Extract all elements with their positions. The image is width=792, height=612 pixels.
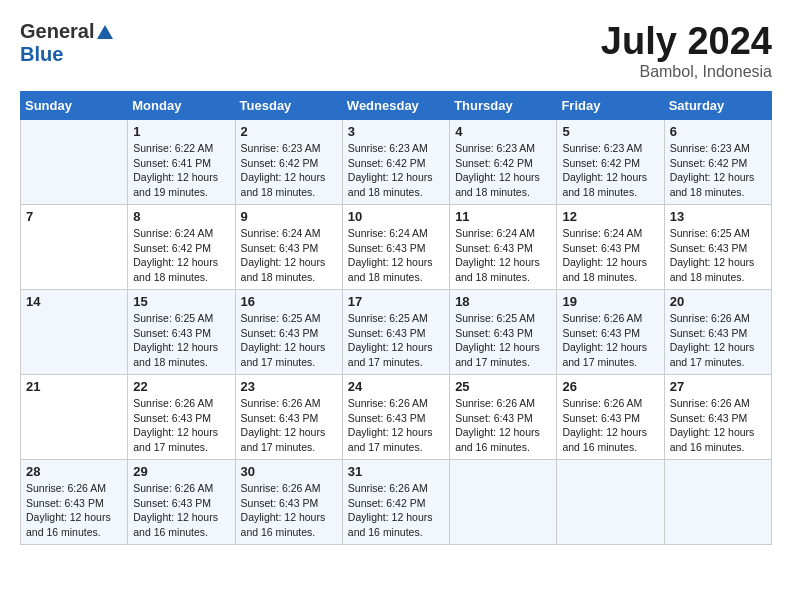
calendar-cell: 31Sunrise: 6:26 AM Sunset: 6:42 PM Dayli…: [342, 460, 449, 545]
svg-marker-0: [97, 25, 113, 39]
day-info: Sunrise: 6:26 AM Sunset: 6:43 PM Dayligh…: [562, 311, 658, 370]
column-header-saturday: Saturday: [664, 92, 771, 120]
calendar-cell: 19Sunrise: 6:26 AM Sunset: 6:43 PM Dayli…: [557, 290, 664, 375]
calendar-cell: 11Sunrise: 6:24 AM Sunset: 6:43 PM Dayli…: [450, 205, 557, 290]
calendar-cell: 25Sunrise: 6:26 AM Sunset: 6:43 PM Dayli…: [450, 375, 557, 460]
day-info: Sunrise: 6:25 AM Sunset: 6:43 PM Dayligh…: [348, 311, 444, 370]
calendar-cell: 10Sunrise: 6:24 AM Sunset: 6:43 PM Dayli…: [342, 205, 449, 290]
day-info: Sunrise: 6:26 AM Sunset: 6:43 PM Dayligh…: [562, 396, 658, 455]
day-info: Sunrise: 6:26 AM Sunset: 6:43 PM Dayligh…: [241, 481, 337, 540]
day-info: Sunrise: 6:26 AM Sunset: 6:43 PM Dayligh…: [133, 396, 229, 455]
day-number: 22: [133, 379, 229, 394]
column-header-thursday: Thursday: [450, 92, 557, 120]
calendar-cell: 9Sunrise: 6:24 AM Sunset: 6:43 PM Daylig…: [235, 205, 342, 290]
logo-text-general: General: [20, 20, 94, 43]
calendar-week-row: 2122Sunrise: 6:26 AM Sunset: 6:43 PM Day…: [21, 375, 772, 460]
day-info: Sunrise: 6:23 AM Sunset: 6:42 PM Dayligh…: [670, 141, 766, 200]
day-info: Sunrise: 6:25 AM Sunset: 6:43 PM Dayligh…: [455, 311, 551, 370]
day-number: 31: [348, 464, 444, 479]
calendar-cell: 28Sunrise: 6:26 AM Sunset: 6:43 PM Dayli…: [21, 460, 128, 545]
day-info: Sunrise: 6:23 AM Sunset: 6:42 PM Dayligh…: [241, 141, 337, 200]
calendar-cell: 22Sunrise: 6:26 AM Sunset: 6:43 PM Dayli…: [128, 375, 235, 460]
calendar-week-row: 1Sunrise: 6:22 AM Sunset: 6:41 PM Daylig…: [21, 120, 772, 205]
column-header-friday: Friday: [557, 92, 664, 120]
calendar-cell: 26Sunrise: 6:26 AM Sunset: 6:43 PM Dayli…: [557, 375, 664, 460]
day-number: 19: [562, 294, 658, 309]
day-info: Sunrise: 6:26 AM Sunset: 6:43 PM Dayligh…: [455, 396, 551, 455]
calendar-cell: 8Sunrise: 6:24 AM Sunset: 6:42 PM Daylig…: [128, 205, 235, 290]
day-number: 21: [26, 379, 122, 394]
calendar-cell: 24Sunrise: 6:26 AM Sunset: 6:43 PM Dayli…: [342, 375, 449, 460]
day-info: Sunrise: 6:23 AM Sunset: 6:42 PM Dayligh…: [562, 141, 658, 200]
day-number: 26: [562, 379, 658, 394]
logo-text-blue: Blue: [20, 43, 63, 65]
calendar-week-row: 78Sunrise: 6:24 AM Sunset: 6:42 PM Dayli…: [21, 205, 772, 290]
column-header-monday: Monday: [128, 92, 235, 120]
calendar-cell: 16Sunrise: 6:25 AM Sunset: 6:43 PM Dayli…: [235, 290, 342, 375]
calendar-cell: 18Sunrise: 6:25 AM Sunset: 6:43 PM Dayli…: [450, 290, 557, 375]
column-header-sunday: Sunday: [21, 92, 128, 120]
day-number: 7: [26, 209, 122, 224]
day-number: 5: [562, 124, 658, 139]
calendar-cell: [21, 120, 128, 205]
calendar-cell: 17Sunrise: 6:25 AM Sunset: 6:43 PM Dayli…: [342, 290, 449, 375]
day-info: Sunrise: 6:26 AM Sunset: 6:43 PM Dayligh…: [26, 481, 122, 540]
calendar-cell: 1Sunrise: 6:22 AM Sunset: 6:41 PM Daylig…: [128, 120, 235, 205]
day-info: Sunrise: 6:23 AM Sunset: 6:42 PM Dayligh…: [348, 141, 444, 200]
calendar-cell: 30Sunrise: 6:26 AM Sunset: 6:43 PM Dayli…: [235, 460, 342, 545]
calendar-week-row: 1415Sunrise: 6:25 AM Sunset: 6:43 PM Day…: [21, 290, 772, 375]
day-number: 25: [455, 379, 551, 394]
calendar-cell: 6Sunrise: 6:23 AM Sunset: 6:42 PM Daylig…: [664, 120, 771, 205]
calendar-cell: 13Sunrise: 6:25 AM Sunset: 6:43 PM Dayli…: [664, 205, 771, 290]
day-number: 13: [670, 209, 766, 224]
day-info: Sunrise: 6:24 AM Sunset: 6:43 PM Dayligh…: [241, 226, 337, 285]
column-header-tuesday: Tuesday: [235, 92, 342, 120]
day-number: 17: [348, 294, 444, 309]
title-block: July 2024 Bambol, Indonesia: [601, 20, 772, 81]
day-number: 15: [133, 294, 229, 309]
day-number: 10: [348, 209, 444, 224]
calendar-cell: 21: [21, 375, 128, 460]
logo: General Blue: [20, 20, 114, 66]
day-info: Sunrise: 6:24 AM Sunset: 6:43 PM Dayligh…: [455, 226, 551, 285]
logo-icon: [96, 23, 114, 41]
day-number: 6: [670, 124, 766, 139]
day-number: 9: [241, 209, 337, 224]
day-info: Sunrise: 6:23 AM Sunset: 6:42 PM Dayligh…: [455, 141, 551, 200]
calendar-table: SundayMondayTuesdayWednesdayThursdayFrid…: [20, 91, 772, 545]
day-number: 27: [670, 379, 766, 394]
calendar-cell: [664, 460, 771, 545]
day-number: 18: [455, 294, 551, 309]
day-number: 20: [670, 294, 766, 309]
day-number: 11: [455, 209, 551, 224]
day-info: Sunrise: 6:25 AM Sunset: 6:43 PM Dayligh…: [670, 226, 766, 285]
calendar-cell: 4Sunrise: 6:23 AM Sunset: 6:42 PM Daylig…: [450, 120, 557, 205]
column-header-wednesday: Wednesday: [342, 92, 449, 120]
day-info: Sunrise: 6:25 AM Sunset: 6:43 PM Dayligh…: [133, 311, 229, 370]
day-number: 8: [133, 209, 229, 224]
day-info: Sunrise: 6:26 AM Sunset: 6:43 PM Dayligh…: [348, 396, 444, 455]
day-number: 30: [241, 464, 337, 479]
day-info: Sunrise: 6:26 AM Sunset: 6:43 PM Dayligh…: [133, 481, 229, 540]
calendar-cell: 5Sunrise: 6:23 AM Sunset: 6:42 PM Daylig…: [557, 120, 664, 205]
day-number: 1: [133, 124, 229, 139]
day-info: Sunrise: 6:24 AM Sunset: 6:43 PM Dayligh…: [348, 226, 444, 285]
calendar-cell: 29Sunrise: 6:26 AM Sunset: 6:43 PM Dayli…: [128, 460, 235, 545]
calendar-cell: 27Sunrise: 6:26 AM Sunset: 6:43 PM Dayli…: [664, 375, 771, 460]
page-header: General Blue July 2024 Bambol, Indonesia: [20, 20, 772, 81]
calendar-cell: 3Sunrise: 6:23 AM Sunset: 6:42 PM Daylig…: [342, 120, 449, 205]
day-info: Sunrise: 6:26 AM Sunset: 6:43 PM Dayligh…: [241, 396, 337, 455]
day-number: 24: [348, 379, 444, 394]
calendar-title: July 2024: [601, 20, 772, 63]
calendar-cell: 7: [21, 205, 128, 290]
calendar-cell: 23Sunrise: 6:26 AM Sunset: 6:43 PM Dayli…: [235, 375, 342, 460]
calendar-body: 1Sunrise: 6:22 AM Sunset: 6:41 PM Daylig…: [21, 120, 772, 545]
calendar-week-row: 28Sunrise: 6:26 AM Sunset: 6:43 PM Dayli…: [21, 460, 772, 545]
day-info: Sunrise: 6:26 AM Sunset: 6:42 PM Dayligh…: [348, 481, 444, 540]
day-number: 2: [241, 124, 337, 139]
calendar-cell: [450, 460, 557, 545]
day-number: 23: [241, 379, 337, 394]
calendar-location: Bambol, Indonesia: [601, 63, 772, 81]
day-number: 29: [133, 464, 229, 479]
calendar-cell: 2Sunrise: 6:23 AM Sunset: 6:42 PM Daylig…: [235, 120, 342, 205]
